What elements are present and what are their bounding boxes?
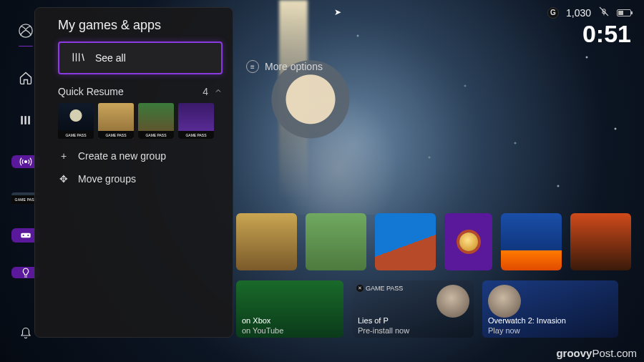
more-options-label: More options (265, 61, 323, 72)
move-groups-label: Move groups (78, 173, 136, 185)
svg-rect-2 (24, 116, 26, 124)
quick-resume-tile[interactable]: GAME PASS (98, 103, 134, 139)
status-bar: G 1,030 (547, 6, 631, 19)
medal-icon (459, 233, 478, 251)
quick-resume-count: 4 (203, 86, 208, 97)
home-icon[interactable] (19, 71, 33, 89)
battery-icon (617, 9, 631, 16)
quick-resume-tile[interactable]: GAME PASS (138, 103, 174, 139)
svg-point-6 (23, 235, 24, 236)
see-all-button[interactable]: See all (58, 41, 223, 74)
promo-title: Overwatch 2: Invasion (488, 316, 566, 325)
gamerscore-value: 1,030 (566, 7, 591, 19)
quick-resume-header[interactable]: Quick Resume 4 (58, 86, 223, 97)
game-row-1 (236, 213, 631, 270)
headset-mute-icon (598, 6, 610, 19)
game-tile[interactable] (306, 213, 366, 270)
cursor-pointer: ➤ (334, 7, 341, 17)
svg-point-4 (25, 160, 27, 162)
quick-resume-tile[interactable]: GAME PASS (178, 103, 214, 139)
see-all-label: See all (95, 52, 126, 64)
promo-subtitle: Pre-install now (358, 326, 409, 335)
promo-subtitle: Play now (488, 326, 520, 335)
gamerscore-icon: G (547, 7, 559, 19)
clock: 0:51 (582, 20, 631, 48)
library-pause-icon[interactable] (19, 113, 33, 131)
library-icon (71, 51, 85, 66)
menu-circle-icon: ≡ (246, 60, 259, 73)
more-options-button[interactable]: ≡ More options (246, 60, 323, 73)
game-tile[interactable] (570, 213, 631, 270)
quick-resume-tile[interactable]: GAME PASS (58, 103, 94, 139)
notifications-icon[interactable] (19, 327, 32, 343)
game-tile[interactable] (501, 213, 562, 270)
move-groups-button[interactable]: ✥ Move groups (58, 173, 223, 185)
character-art (436, 285, 469, 318)
hero-background-art (236, 29, 422, 215)
promo-row: on Xbox on YouTube ✕GAME PASS Lies of P … (236, 280, 631, 338)
rail-accent-underline (19, 46, 33, 47)
character-art (488, 285, 521, 318)
panel-title: My games & apps (58, 18, 223, 33)
game-tile[interactable] (236, 213, 297, 270)
my-games-apps-panel: My games & apps See all Quick Resume 4 G… (34, 7, 233, 338)
promo-tile[interactable]: on Xbox on YouTube (236, 280, 343, 338)
quick-resume-grid: GAME PASS GAME PASS GAME PASS GAME PASS (58, 103, 223, 139)
move-icon: ✥ (58, 173, 69, 185)
create-group-button[interactable]: + Create a new group (58, 150, 223, 162)
quick-resume-label: Quick Resume (58, 86, 124, 97)
promo-subtitle: on YouTube (242, 326, 283, 335)
watermark: groovyPost.com (556, 347, 637, 359)
create-group-label: Create a new group (78, 150, 166, 162)
plus-icon: + (58, 150, 69, 162)
svg-rect-3 (28, 116, 30, 124)
svg-rect-5 (21, 233, 30, 238)
game-pass-tag: ✕GAME PASS (356, 285, 403, 292)
svg-point-7 (27, 235, 29, 236)
game-tile[interactable] (375, 213, 436, 270)
svg-rect-1 (21, 116, 23, 124)
achievement-tile[interactable] (444, 213, 492, 270)
promo-title: Lies of P (358, 316, 389, 325)
xbox-logo-icon[interactable] (18, 23, 34, 41)
promo-title: on Xbox (242, 316, 270, 325)
promo-tile[interactable]: Overwatch 2: Invasion Play now (482, 280, 618, 338)
chevron-up-icon (214, 86, 223, 97)
promo-tile[interactable]: ✕GAME PASS Lies of P Pre-install now (352, 280, 474, 338)
